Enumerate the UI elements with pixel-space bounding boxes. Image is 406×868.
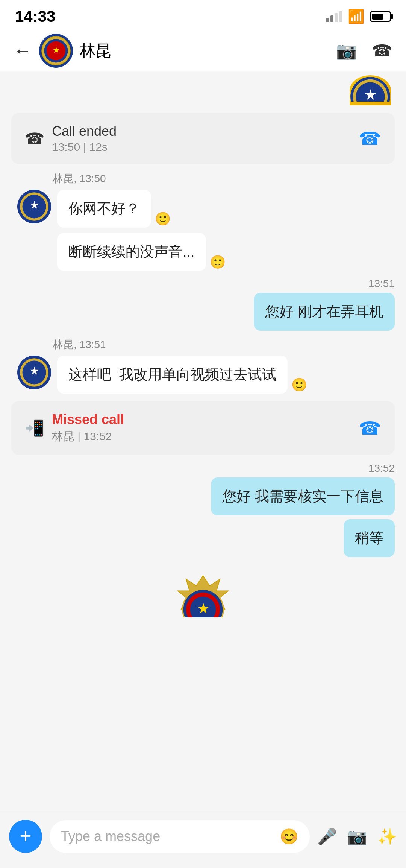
- battery-fill: [372, 14, 383, 20]
- msg-bubble-3: 这样吧 我改用单向视频过去试试: [57, 356, 288, 394]
- outgoing-time-1351: 13:51: [11, 278, 395, 290]
- msg-bubble-2: 断断续续的没声音...: [57, 233, 206, 271]
- linekun-avatar-badge-2: ★: [17, 356, 51, 389]
- msg-avatar-linekun: ★: [17, 190, 51, 223]
- microphone-button[interactable]: 🎤: [317, 827, 337, 846]
- camera-button[interactable]: 📷: [347, 827, 367, 846]
- call-again-button[interactable]: ☎: [359, 128, 381, 149]
- svg-text:★: ★: [30, 366, 39, 376]
- missed-call-icon: 📲: [25, 419, 44, 437]
- contact-avatar: ★: [39, 34, 73, 68]
- call-ended-info: ☎ Call ended 13:50 | 12s: [25, 123, 117, 154]
- status-bar: 14:33 📶: [0, 0, 406, 30]
- missed-call-title: Missed call: [52, 412, 124, 427]
- call-ended-title: Call ended: [52, 123, 117, 139]
- battery-icon: [370, 11, 391, 22]
- msg-bubble-outgoing-1: 您好 刚才在弄耳机: [254, 293, 395, 331]
- call-ended-bubble: ☎ Call ended 13:50 | 12s ☎: [11, 113, 395, 164]
- svg-text:★: ★: [53, 46, 60, 54]
- missed-call-subtitle: 林昆 | 13:52: [52, 429, 124, 444]
- linekun-avatar-badge: ★: [17, 190, 51, 223]
- video-call-button[interactable]: 📷: [336, 41, 357, 61]
- ai-sparkle-button[interactable]: ✨: [377, 827, 397, 846]
- top-avatar-partial: ★: [350, 75, 391, 105]
- msg-row-outgoing-1351: 您好 刚才在弄耳机: [11, 293, 395, 331]
- back-button[interactable]: ←: [14, 40, 32, 61]
- voice-call-button[interactable]: ☎: [372, 41, 392, 60]
- chat-header: ← ★ 林昆 📷 ☎: [0, 30, 406, 71]
- msg-bubble-outgoing-3: 稍等: [344, 519, 395, 557]
- missed-call-bubble: 📲 Missed call 林昆 | 13:52 ☎: [11, 401, 395, 455]
- msg-bubble-1: 你网不好？: [57, 190, 151, 228]
- reaction-3[interactable]: 🙂: [291, 377, 307, 392]
- header-actions: 📷 ☎: [336, 41, 392, 61]
- status-time: 14:33: [15, 8, 55, 26]
- input-bar: + Type a message 😊 🎤 📷 ✨: [0, 812, 406, 868]
- bottom-badge-partial: ★ ★ ★ ★ ★: [169, 569, 237, 617]
- missed-call-info: 📲 Missed call 林昆 | 13:52: [25, 412, 124, 444]
- call-ended-subtitle: 13:50 | 12s: [52, 141, 117, 154]
- chat-area: ★ ☎ Call ended 13:50 | 12s ☎ 林昆, 13:50 ★: [0, 71, 406, 827]
- emoji-button[interactable]: 😊: [280, 828, 298, 845]
- bubble-row-1: 你网不好？ 🙂: [57, 190, 226, 228]
- bottom-police-badge: ★ ★ ★ ★ ★: [169, 569, 237, 617]
- outgoing-time-1352: 13:52: [11, 462, 395, 474]
- msg-bubble-outgoing-2: 您好 我需要核实一下信息: [211, 477, 395, 515]
- plus-icon: +: [20, 825, 32, 846]
- top-avatar-peek: ★: [11, 71, 395, 105]
- msg-avatar-linekun-2: ★: [17, 356, 51, 389]
- message-input-container[interactable]: Type a message 😊: [50, 820, 310, 853]
- contact-name: 林昆: [80, 40, 336, 61]
- msg-row-incoming-1: ★ 你网不好？ 🙂 断断续续的没声音... 🙂: [11, 190, 395, 271]
- top-avatar-badge: ★: [350, 75, 391, 102]
- bubble-row-2: 断断续续的没声音... 🙂: [57, 233, 226, 271]
- signal-icon: [326, 11, 342, 22]
- sender-line-1351b: 林昆, 13:51: [53, 337, 395, 352]
- svg-text:★: ★: [365, 88, 376, 102]
- callback-button[interactable]: ☎: [359, 418, 381, 439]
- message-input-placeholder[interactable]: Type a message: [61, 828, 160, 844]
- add-button[interactable]: +: [9, 820, 42, 853]
- missed-call-text: Missed call 林昆 | 13:52: [52, 412, 124, 444]
- police-badge-icon: ★: [39, 34, 73, 68]
- bottom-avatar-peek: ★ ★ ★ ★ ★: [11, 569, 395, 617]
- status-icons: 📶: [326, 9, 391, 24]
- svg-text:★: ★: [198, 602, 209, 616]
- call-ended-text-block: Call ended 13:50 | 12s: [52, 123, 117, 154]
- msg-row-incoming-1351: ★ 这样吧 我改用单向视频过去试试 🙂: [11, 356, 395, 394]
- sender-line-1350: 林昆, 13:50: [53, 172, 395, 186]
- reaction-2[interactable]: 🙂: [210, 254, 226, 269]
- wifi-icon: 📶: [348, 9, 365, 24]
- input-action-icons: 🎤 📷 ✨: [317, 827, 397, 846]
- incoming-bubbles-1350: 你网不好？ 🙂 断断续续的没声音... 🙂: [57, 190, 226, 271]
- msg-row-outgoing-1352: 您好 我需要核实一下信息 稍等: [11, 477, 395, 557]
- bubble-row-3: 这样吧 我改用单向视频过去试试 🙂: [57, 356, 307, 394]
- svg-text:★: ★: [30, 200, 39, 210]
- reaction-1[interactable]: 🙂: [155, 211, 171, 226]
- outgoing-stack-1352: 您好 我需要核实一下信息 稍等: [211, 477, 395, 557]
- call-ended-phone-icon: ☎: [25, 129, 44, 148]
